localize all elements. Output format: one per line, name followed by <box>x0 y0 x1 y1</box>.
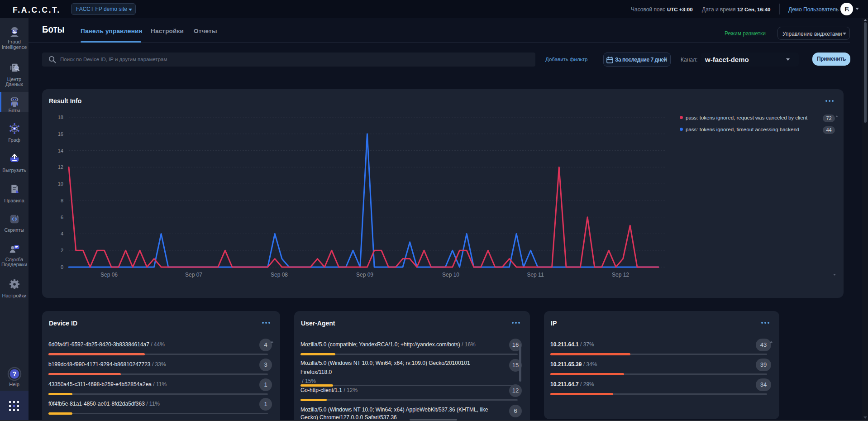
svg-text:4: 4 <box>61 231 63 236</box>
svg-text:Sep 07: Sep 07 <box>185 272 202 278</box>
svg-text:6: 6 <box>61 215 63 220</box>
svg-text:Sep 08: Sep 08 <box>271 272 288 278</box>
svg-text:2: 2 <box>61 248 63 253</box>
svg-text:10: 10 <box>58 181 63 187</box>
svg-text:Sep 10: Sep 10 <box>442 272 459 278</box>
svg-text:Sep 06: Sep 06 <box>100 272 118 278</box>
svg-text:?: ? <box>12 370 16 378</box>
svg-text:Sep 12: Sep 12 <box>612 272 629 278</box>
svg-text:16: 16 <box>58 131 63 137</box>
svg-text:Sep 09: Sep 09 <box>356 272 373 278</box>
svg-text:12: 12 <box>58 164 63 170</box>
svg-text:8: 8 <box>61 198 63 203</box>
svg-text:18: 18 <box>58 115 63 120</box>
svg-text:Sep 11: Sep 11 <box>527 272 544 278</box>
svg-text:0: 0 <box>61 264 63 270</box>
svg-text:14: 14 <box>58 148 63 153</box>
